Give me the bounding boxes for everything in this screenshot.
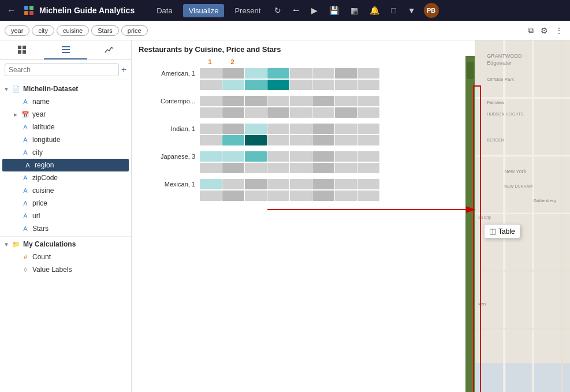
sidebar-tab-fields[interactable] (44, 40, 88, 59)
main-layout: + ▼ 📄 Michelin-Dataset A name ► 📅 year (0, 40, 570, 392)
present-nav-button[interactable]: Present (229, 4, 266, 17)
row-label-japanese: Japanese, 3 (136, 153, 200, 160)
back-button[interactable]: ← (5, 3, 18, 18)
calc-value-labels[interactable]: ◊ Value Labels (0, 263, 131, 276)
heatmap-cells (200, 151, 379, 162)
table-tooltip-label: Table (498, 227, 515, 236)
table-tooltip[interactable]: ◫ Table (484, 224, 520, 238)
filter-options-icon[interactable]: ⧉ (526, 24, 536, 36)
dataset-expand-icon[interactable]: ▼ (3, 86, 12, 92)
heatmap-cell (290, 163, 312, 173)
filter-more-icon[interactable]: ⋮ (553, 25, 565, 36)
filter-cuisine[interactable]: cuisine (57, 25, 89, 36)
save-button[interactable]: 💾 (326, 3, 342, 17)
heatmap-row (136, 135, 461, 146)
scrollbar-thumb[interactable] (467, 62, 474, 79)
heatmap-cell (290, 96, 312, 106)
field-latitude[interactable]: A latitude (0, 121, 131, 133)
filter-stars[interactable]: Stars (91, 25, 119, 36)
heatmap-cell (335, 107, 357, 118)
search-input[interactable] (5, 64, 119, 76)
heatmap-cell (200, 80, 222, 90)
field-price[interactable]: A price (0, 197, 131, 210)
row-label-mexican: Mexican, 1 (136, 181, 200, 188)
layout-button[interactable]: ▦ (347, 3, 362, 17)
tag-icon: ◊ (21, 266, 30, 273)
field-name[interactable]: A name (0, 95, 131, 108)
col-header-1: 1 (199, 58, 221, 65)
redo-button[interactable]: ↼ (289, 3, 303, 17)
add-field-icon[interactable]: + (121, 65, 126, 75)
heatmap-cell (335, 151, 357, 162)
filter-bar: year city cuisine Stars price ⧉ ⚙ ⋮ (0, 21, 570, 40)
expand-icon[interactable]: ► (13, 111, 21, 118)
visualize-nav-button[interactable]: Visualize (183, 4, 225, 17)
calculations-label: My Calculations (23, 240, 76, 248)
dataset-item[interactable]: ▼ 📄 Michelin-Dataset (0, 83, 131, 95)
more-button[interactable]: ▼ (404, 3, 419, 17)
str-icon: A (21, 136, 30, 143)
str-icon: A (23, 162, 32, 169)
svg-rect-12 (475, 363, 570, 392)
filter-city[interactable]: city (32, 25, 54, 36)
date-icon: 📅 (21, 111, 30, 118)
map-area: GRANTWOOD Edgewater Cliffside Park Fairv… (475, 40, 570, 392)
field-label: longitude (32, 136, 61, 144)
field-zipcode[interactable]: A zipCode (0, 171, 131, 184)
heatmap-row (136, 107, 461, 118)
publish-button[interactable]: □ (388, 3, 399, 17)
avatar[interactable]: PB (424, 3, 439, 18)
field-city[interactable]: A city (0, 146, 131, 159)
field-region[interactable]: A region (2, 159, 129, 171)
heatmap-cells (200, 124, 379, 134)
green-scrollbar[interactable] (465, 56, 475, 392)
filter-year[interactable]: year (5, 25, 29, 36)
filter-settings-icon[interactable]: ⚙ (538, 25, 550, 36)
heatmap-cell (267, 179, 289, 189)
svg-text:Cliffside Park: Cliffside Park (487, 77, 514, 82)
undo-button[interactable]: ↻ (271, 3, 285, 17)
heatmap-cells (200, 191, 379, 201)
notification-button[interactable]: 🔔 (366, 3, 383, 17)
svg-rect-7 (23, 50, 26, 54)
calc-count[interactable]: # Count (0, 251, 131, 263)
heatmap-cell (312, 68, 334, 79)
heatmap-cell (312, 96, 334, 106)
calc-expand-icon[interactable]: ▼ (3, 241, 12, 248)
filter-price[interactable]: price (121, 25, 148, 36)
heatmap-cell (267, 68, 289, 79)
heatmap-container[interactable]: 1 2 American, 1 (132, 56, 465, 392)
field-stars[interactable]: A Stars (0, 222, 131, 235)
field-longitude[interactable]: A longitude (0, 133, 131, 146)
sidebar-tab-tables[interactable] (0, 40, 44, 59)
sidebar-tab-analytics[interactable] (87, 40, 131, 59)
field-url[interactable]: A url (0, 210, 131, 222)
heatmap-cell (200, 151, 222, 162)
str-icon: A (21, 124, 30, 130)
field-year[interactable]: ► 📅 year (0, 108, 131, 121)
heatmap-cell (200, 107, 222, 118)
heatmap-cell (200, 124, 222, 134)
heatmap-cell (245, 80, 267, 90)
heatmap-cell (267, 96, 289, 106)
heatmap-cell (357, 68, 379, 79)
heatmap-cell (357, 191, 379, 201)
data-nav-button[interactable]: Data (151, 4, 178, 17)
svg-text:on City: on City (478, 215, 491, 220)
svg-text:HUDSON HEIGHTS: HUDSON HEIGHTS (487, 112, 523, 116)
heatmap-cell (200, 68, 222, 79)
str-icon: A (21, 174, 30, 181)
svg-text:NEW DURHAM: NEW DURHAM (504, 184, 532, 188)
content-area: Restaurants by Cuisine, Price and Stars … (132, 40, 570, 392)
sidebar-tabs (0, 40, 131, 60)
num-icon: # (21, 253, 30, 260)
field-cuisine[interactable]: A cuisine (0, 184, 131, 197)
chart-title: Restaurants by Cuisine, Price and Stars (132, 40, 475, 56)
play-button[interactable]: ▶ (308, 3, 321, 17)
str-icon: A (21, 225, 30, 232)
calculations-group[interactable]: ▼ 📁 My Calculations (0, 238, 131, 251)
heatmap-cell (312, 151, 334, 162)
heatmap-cell (245, 151, 267, 162)
heatmap-cell (222, 179, 244, 189)
heatmap-cell (312, 163, 334, 173)
